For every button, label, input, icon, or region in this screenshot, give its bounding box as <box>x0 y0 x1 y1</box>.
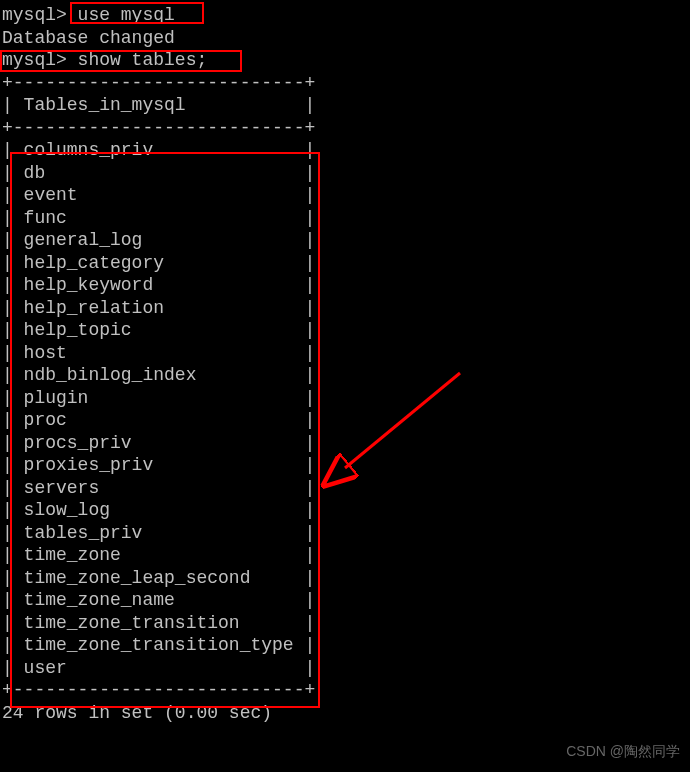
table-row: | func | <box>2 207 690 230</box>
table-row: | time_zone_transition | <box>2 612 690 635</box>
watermark-text: CSDN @陶然同学 <box>566 743 680 761</box>
table-row: | help_topic | <box>2 319 690 342</box>
table-border-mid: +---------------------------+ <box>2 117 690 140</box>
mysql-prompt: mysql> <box>2 50 67 70</box>
table-row: | time_zone_name | <box>2 589 690 612</box>
table-row: | time_zone | <box>2 544 690 567</box>
table-row: | ndb_binlog_index | <box>2 364 690 387</box>
table-row: | help_category | <box>2 252 690 275</box>
table-row: | help_keyword | <box>2 274 690 297</box>
table-row: | slow_log | <box>2 499 690 522</box>
table-row: | tables_priv | <box>2 522 690 545</box>
result-footer: 24 rows in set (0.00 sec) <box>2 702 690 725</box>
table-row: | servers | <box>2 477 690 500</box>
table-row: | columns_priv | <box>2 139 690 162</box>
table-row: | db | <box>2 162 690 185</box>
mysql-prompt: mysql> <box>2 5 67 25</box>
table-row: | plugin | <box>2 387 690 410</box>
table-border-bot: +---------------------------+ <box>2 679 690 702</box>
table-border-top: +---------------------------+ <box>2 72 690 95</box>
table-row: | host | <box>2 342 690 365</box>
table-row: | user | <box>2 657 690 680</box>
table-header: | Tables_in_mysql | <box>2 94 690 117</box>
prompt-line-1[interactable]: mysql> use mysql <box>2 4 690 27</box>
response-db-changed: Database changed <box>2 27 690 50</box>
command-show-tables: show tables; <box>67 50 207 70</box>
table-row: | procs_priv | <box>2 432 690 455</box>
table-row: | proxies_priv | <box>2 454 690 477</box>
command-use-mysql: use mysql <box>67 5 175 25</box>
table-row: | time_zone_transition_type | <box>2 634 690 657</box>
table-row: | help_relation | <box>2 297 690 320</box>
table-row: | proc | <box>2 409 690 432</box>
terminal-output: mysql> use mysql Database changed mysql>… <box>0 4 690 724</box>
prompt-line-2[interactable]: mysql> show tables; <box>2 49 690 72</box>
table-row: | event | <box>2 184 690 207</box>
table-row: | time_zone_leap_second | <box>2 567 690 590</box>
table-row: | general_log | <box>2 229 690 252</box>
